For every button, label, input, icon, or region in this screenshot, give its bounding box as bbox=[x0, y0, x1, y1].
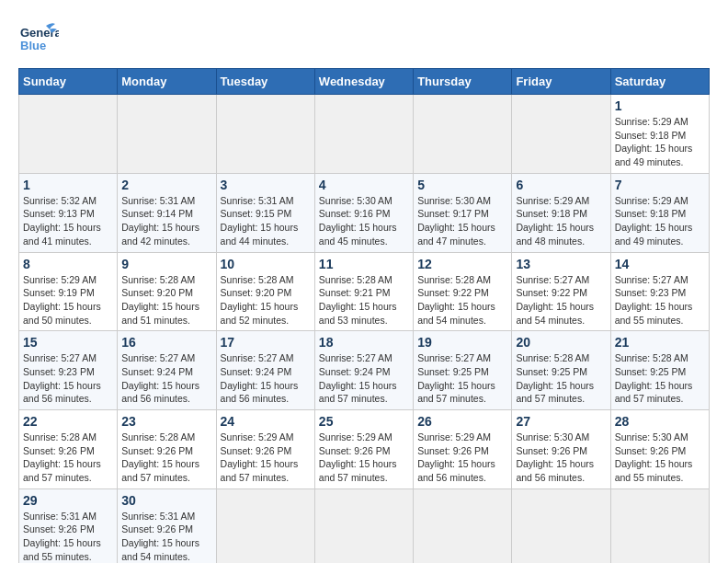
day-info: Sunrise: 5:30 AMSunset: 9:17 PMDaylight:… bbox=[417, 194, 507, 248]
calendar-cell: 20Sunrise: 5:28 AMSunset: 9:25 PMDayligh… bbox=[512, 331, 610, 410]
calendar-cell: 15Sunrise: 5:27 AMSunset: 9:23 PMDayligh… bbox=[19, 331, 118, 410]
calendar-cell: 23Sunrise: 5:28 AMSunset: 9:26 PMDayligh… bbox=[118, 410, 216, 489]
day-info: Sunrise: 5:29 AMSunset: 9:18 PMDaylight:… bbox=[615, 115, 705, 169]
calendar-week-2: 1Sunrise: 5:32 AMSunset: 9:13 PMDaylight… bbox=[19, 173, 710, 252]
calendar-week-4: 15Sunrise: 5:27 AMSunset: 9:23 PMDayligh… bbox=[19, 331, 710, 410]
day-number: 21 bbox=[615, 335, 705, 350]
calendar-cell bbox=[19, 95, 118, 174]
day-header-sunday: Sunday bbox=[19, 69, 118, 95]
day-info: Sunrise: 5:29 AMSunset: 9:18 PMDaylight:… bbox=[615, 194, 705, 248]
day-number: 9 bbox=[121, 257, 211, 271]
svg-text:General: General bbox=[20, 26, 59, 40]
calendar-cell bbox=[216, 95, 314, 174]
day-info: Sunrise: 5:31 AMSunset: 9:26 PMDaylight:… bbox=[23, 510, 113, 563]
day-number: 5 bbox=[417, 178, 507, 192]
day-number: 1 bbox=[23, 178, 113, 192]
calendar-cell: 11Sunrise: 5:28 AMSunset: 9:21 PMDayligh… bbox=[314, 252, 413, 331]
day-info: Sunrise: 5:32 AMSunset: 9:13 PMDaylight:… bbox=[23, 194, 113, 248]
calendar-cell: 27Sunrise: 5:30 AMSunset: 9:26 PMDayligh… bbox=[512, 410, 610, 489]
calendar-cell: 29Sunrise: 5:31 AMSunset: 9:26 PMDayligh… bbox=[19, 488, 118, 563]
calendar-cell bbox=[314, 95, 413, 174]
calendar-week-5: 22Sunrise: 5:28 AMSunset: 9:26 PMDayligh… bbox=[19, 410, 710, 489]
day-info: Sunrise: 5:28 AMSunset: 9:22 PMDaylight:… bbox=[417, 273, 507, 327]
calendar-week-6: 29Sunrise: 5:31 AMSunset: 9:26 PMDayligh… bbox=[19, 488, 710, 563]
day-number: 8 bbox=[23, 257, 113, 271]
day-info: Sunrise: 5:29 AMSunset: 9:18 PMDaylight:… bbox=[516, 194, 606, 248]
calendar-cell: 17Sunrise: 5:27 AMSunset: 9:24 PMDayligh… bbox=[216, 331, 314, 410]
logo-icon: General Blue bbox=[18, 18, 59, 59]
day-number: 19 bbox=[417, 335, 507, 350]
calendar-cell bbox=[512, 95, 610, 174]
calendar-cell bbox=[118, 95, 216, 174]
day-number: 28 bbox=[615, 414, 705, 429]
day-number: 23 bbox=[121, 414, 211, 429]
logo: General Blue bbox=[18, 18, 63, 59]
day-header-tuesday: Tuesday bbox=[216, 69, 314, 95]
day-header-monday: Monday bbox=[118, 69, 216, 95]
day-info: Sunrise: 5:27 AMSunset: 9:24 PMDaylight:… bbox=[121, 351, 211, 406]
day-number: 7 bbox=[615, 178, 705, 192]
calendar-cell: 21Sunrise: 5:28 AMSunset: 9:25 PMDayligh… bbox=[610, 331, 709, 410]
day-number: 26 bbox=[417, 414, 507, 429]
day-header-saturday: Saturday bbox=[610, 69, 709, 95]
calendar-cell bbox=[414, 95, 512, 174]
calendar-cell bbox=[216, 488, 314, 563]
header: General Blue bbox=[18, 18, 710, 59]
day-number: 3 bbox=[221, 178, 311, 192]
day-number: 29 bbox=[23, 493, 113, 508]
day-info: Sunrise: 5:31 AMSunset: 9:26 PMDaylight:… bbox=[121, 510, 211, 563]
calendar-cell: 26Sunrise: 5:29 AMSunset: 9:26 PMDayligh… bbox=[414, 410, 512, 489]
day-number: 12 bbox=[417, 257, 507, 271]
day-info: Sunrise: 5:27 AMSunset: 9:23 PMDaylight:… bbox=[615, 273, 705, 327]
day-info: Sunrise: 5:30 AMSunset: 9:26 PMDaylight:… bbox=[516, 431, 606, 485]
calendar-cell: 22Sunrise: 5:28 AMSunset: 9:26 PMDayligh… bbox=[19, 410, 118, 489]
day-number: 30 bbox=[121, 493, 211, 508]
day-header-wednesday: Wednesday bbox=[314, 69, 413, 95]
day-info: Sunrise: 5:29 AMSunset: 9:19 PMDaylight:… bbox=[23, 273, 113, 327]
calendar-cell bbox=[314, 488, 413, 563]
day-info: Sunrise: 5:28 AMSunset: 9:20 PMDaylight:… bbox=[221, 273, 311, 327]
calendar-cell: 14Sunrise: 5:27 AMSunset: 9:23 PMDayligh… bbox=[610, 252, 709, 331]
day-info: Sunrise: 5:29 AMSunset: 9:26 PMDaylight:… bbox=[221, 431, 311, 485]
day-info: Sunrise: 5:27 AMSunset: 9:24 PMDaylight:… bbox=[319, 351, 409, 406]
day-number: 20 bbox=[516, 335, 606, 350]
calendar-cell: 12Sunrise: 5:28 AMSunset: 9:22 PMDayligh… bbox=[414, 252, 512, 331]
day-info: Sunrise: 5:28 AMSunset: 9:26 PMDaylight:… bbox=[23, 431, 113, 485]
day-header-friday: Friday bbox=[512, 69, 610, 95]
calendar-cell: 10Sunrise: 5:28 AMSunset: 9:20 PMDayligh… bbox=[216, 252, 314, 331]
calendar-cell: 18Sunrise: 5:27 AMSunset: 9:24 PMDayligh… bbox=[314, 331, 413, 410]
day-header-thursday: Thursday bbox=[414, 69, 512, 95]
calendar-cell: 8Sunrise: 5:29 AMSunset: 9:19 PMDaylight… bbox=[19, 252, 118, 331]
calendar-body: 1Sunrise: 5:29 AMSunset: 9:18 PMDaylight… bbox=[19, 95, 710, 564]
day-info: Sunrise: 5:28 AMSunset: 9:26 PMDaylight:… bbox=[121, 431, 211, 485]
day-number: 22 bbox=[23, 414, 113, 429]
day-number: 27 bbox=[516, 414, 606, 429]
day-info: Sunrise: 5:31 AMSunset: 9:14 PMDaylight:… bbox=[121, 194, 211, 248]
calendar-cell bbox=[512, 488, 610, 563]
day-info: Sunrise: 5:30 AMSunset: 9:16 PMDaylight:… bbox=[319, 194, 409, 248]
day-number: 4 bbox=[319, 178, 409, 192]
calendar-cell: 6Sunrise: 5:29 AMSunset: 9:18 PMDaylight… bbox=[512, 173, 610, 252]
day-number: 24 bbox=[221, 414, 311, 429]
day-info: Sunrise: 5:28 AMSunset: 9:20 PMDaylight:… bbox=[121, 273, 211, 327]
calendar-cell bbox=[414, 488, 512, 563]
calendar-cell: 24Sunrise: 5:29 AMSunset: 9:26 PMDayligh… bbox=[216, 410, 314, 489]
calendar-cell: 19Sunrise: 5:27 AMSunset: 9:25 PMDayligh… bbox=[414, 331, 512, 410]
calendar-cell: 2Sunrise: 5:31 AMSunset: 9:14 PMDaylight… bbox=[118, 173, 216, 252]
day-number: 2 bbox=[121, 178, 211, 192]
calendar-week-1: 1Sunrise: 5:29 AMSunset: 9:18 PMDaylight… bbox=[19, 95, 710, 174]
calendar-cell: 30Sunrise: 5:31 AMSunset: 9:26 PMDayligh… bbox=[118, 488, 216, 563]
calendar-table: SundayMondayTuesdayWednesdayThursdayFrid… bbox=[18, 68, 710, 563]
calendar-cell: 5Sunrise: 5:30 AMSunset: 9:17 PMDaylight… bbox=[414, 173, 512, 252]
day-number: 10 bbox=[221, 257, 311, 271]
day-number: 18 bbox=[319, 335, 409, 350]
day-info: Sunrise: 5:28 AMSunset: 9:21 PMDaylight:… bbox=[319, 273, 409, 327]
svg-text:Blue: Blue bbox=[20, 39, 46, 52]
calendar-cell: 13Sunrise: 5:27 AMSunset: 9:22 PMDayligh… bbox=[512, 252, 610, 331]
day-info: Sunrise: 5:29 AMSunset: 9:26 PMDaylight:… bbox=[417, 431, 507, 485]
day-info: Sunrise: 5:27 AMSunset: 9:24 PMDaylight:… bbox=[221, 351, 311, 406]
calendar-cell: 1Sunrise: 5:29 AMSunset: 9:18 PMDaylight… bbox=[610, 95, 709, 174]
calendar-header: SundayMondayTuesdayWednesdayThursdayFrid… bbox=[19, 69, 710, 95]
day-info: Sunrise: 5:31 AMSunset: 9:15 PMDaylight:… bbox=[221, 194, 311, 248]
day-info: Sunrise: 5:29 AMSunset: 9:26 PMDaylight:… bbox=[319, 431, 409, 485]
